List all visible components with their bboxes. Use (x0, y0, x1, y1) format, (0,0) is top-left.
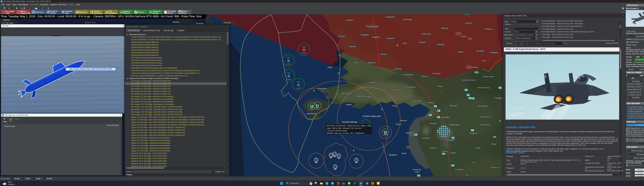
svg-text:Chungju-si: Chungju-si (490, 166, 499, 168)
svg-text:Deokjeok: Deokjeok (389, 154, 397, 156)
svg-text:Ch'ŏrwŏn: Ch'ŏrwŏn (432, 72, 440, 74)
svg-text:e: e (442, 91, 442, 93)
svg-text:Nampo: Nampo (350, 45, 356, 48)
svg-text:4,6dB: 4,6dB (286, 78, 291, 80)
svg-text:Junghwa: Junghwa (372, 36, 380, 38)
svg-text:Phangyo: Phangyo (437, 43, 444, 45)
svg-text:Sinphyong: Sinphyong (422, 33, 431, 35)
svg-text:Incheon: Incheon (422, 137, 430, 139)
svg-text:Jungsan: Jungsan (346, 19, 353, 21)
svg-text:4,6dB: 4,6dB (296, 87, 300, 89)
svg-text:✕: ✕ (353, 149, 354, 152)
svg-text:Hwacheon-eup: Hwacheon-eup (478, 87, 490, 88)
svg-text:Yongin: Yongin (450, 152, 456, 154)
svg-text:Tongchon: Tongchon (484, 28, 493, 30)
svg-text:Kangnam: Kangnam (361, 34, 369, 36)
svg-text:Yonthan: Yonthan (380, 53, 387, 55)
svg-text:Bukdo: Bukdo (406, 132, 412, 134)
svg-text:Sepho: Sepho (458, 51, 464, 53)
svg-text:Haeju: Haeju (367, 96, 372, 98)
svg-text:Chuncheon: Chuncheon (478, 105, 488, 107)
svg-text:Uijeongbu: Uijeongbu (441, 116, 450, 118)
svg-text:⚙: ⚙ (48, 7, 50, 10)
svg-text:Local time: 08:00:00 (Day): Local time: 08:00:00 (Day) (327, 130, 347, 132)
svg-text:Kumchon: Kumchon (407, 86, 416, 88)
svg-text:DRPK Artillery Sites: DRPK Artillery Sites (365, 115, 381, 117)
svg-text:Pyoksong: Pyoksong (356, 95, 365, 97)
svg-text:Yongmun: Yongmun (469, 132, 478, 134)
svg-text:Namyangju: Namyangju (450, 124, 459, 126)
svg-text:Haiyang: Haiyang (224, 22, 230, 24)
svg-text:myeon: myeon (414, 171, 420, 173)
svg-text:Jawol: Jawol (402, 152, 406, 154)
svg-text:Sangwon: Sangwon (386, 37, 394, 39)
svg-text:x1: x1 (8, 7, 10, 9)
svg-text:Ansan-si: Ansan-si (430, 147, 437, 149)
svg-text:Nam-myeon: Nam-myeon (480, 124, 490, 126)
svg-text:Kumgang: Kumgang (490, 51, 498, 53)
svg-text:Ryongyŏn: Ryongyŏn (318, 87, 327, 89)
svg-text:Nam-myeon: Nam-myeon (480, 116, 490, 118)
svg-text:Ongjin: Ongjin (346, 104, 352, 106)
svg-text:Anseong: Anseong (455, 168, 463, 170)
svg-text:Daecheong: Daecheong (307, 113, 316, 115)
svg-text:✕: ✕ (396, 44, 398, 46)
svg-text:⚙: ⚙ (149, 10, 152, 14)
svg-text:N37°42'38", E124°55'20" - 209n: N37°42'38", E124°55'20" - 209nm from sel… (327, 125, 371, 127)
svg-text:Zhuanghe: Zhuanghe (196, 23, 204, 24)
svg-text:Onchon: Onchon (338, 35, 345, 37)
svg-text:P'yŏngyang: P'yŏngyang (366, 25, 378, 28)
svg-text:✕: ✕ (313, 90, 315, 92)
svg-text:Layer: -56ft to -95ft - Streng: Layer: -56ft to -95ft - Strength: 0,32 -… (327, 127, 361, 129)
svg-text:Bohai Sea: Bohai Sea (85, 21, 96, 24)
svg-text:Taet'an-eup: Taet'an-eup (341, 92, 351, 95)
svg-text:Koksan: Koksan (419, 41, 426, 43)
svg-text:Kosan: Kosan (461, 35, 466, 37)
svg-text:Anak: Anak (354, 62, 359, 64)
svg-text:wa: wa (338, 72, 340, 74)
svg-text:Jung: Jung (438, 85, 442, 87)
svg-text:4,6dB: 4,6dB (302, 52, 306, 54)
svg-text:Phyongsan: Phyongsan (403, 73, 413, 75)
svg-text:4,6dB: 4,6dB (286, 63, 291, 65)
svg-text:Imnam-myeon: Imnam-myeon (483, 75, 494, 77)
svg-text:Sariwon: Sariwon (368, 61, 376, 64)
svg-text:Pocheon: Pocheon (450, 105, 457, 107)
svg-text:Kaesong: Kaesong (413, 100, 421, 102)
svg-text:Seongnam: Seongnam (446, 139, 455, 141)
svg-text:Goyang: Goyang (430, 122, 436, 124)
svg-text:Changdo: Changdo (476, 50, 484, 52)
svg-text:MANO: MANO (360, 184, 362, 184)
svg-text:Kimhwa: Kimhwa (471, 66, 478, 68)
svg-text:Yonan: Yonan (392, 105, 398, 107)
svg-text:Suan: Suan (403, 42, 407, 44)
svg-text:Weather: Clear sky - No rain -: Weather: Clear sky - No rain - 25°C - Wi… (327, 132, 364, 134)
svg-text:Seodo: Seodo (396, 123, 401, 125)
svg-text:Yul: Yul (472, 161, 475, 163)
svg-text:Jindong: Jindong (427, 102, 434, 104)
svg-text:Hoechang: Hoechang (403, 19, 412, 21)
svg-text:✕: ✕ (499, 120, 501, 122)
svg-text:Jinzhou: Jinzhou (172, 21, 179, 23)
svg-text:Seongmun-: Seongmun- (413, 168, 422, 170)
svg-text:Pongchon: Pongchon (393, 89, 402, 91)
svg-text:Samsan: Samsan (400, 120, 407, 122)
svg-text:x1: x1 (21, 7, 23, 9)
svg-text:Kwail: Kwail (328, 66, 332, 68)
svg-text:MANO: MANO (366, 184, 368, 184)
svg-text:Ha..: Ha.. (466, 174, 469, 176)
svg-text:Geunnam-myeon: Geunnam-myeon (462, 79, 476, 81)
svg-text:✕: ✕ (381, 108, 383, 110)
svg-text:Poptong: Poptong (441, 27, 448, 29)
svg-text:DPRK SSM Site: DPRK SSM Site (344, 121, 357, 123)
svg-text:Kangdong: Kangdong (386, 16, 394, 18)
svg-text:Wonju: Wonju (491, 143, 497, 145)
svg-text:Sinwon: Sinwon (369, 81, 376, 83)
svg-text:Yeoju: Yeoju (476, 147, 480, 149)
svg-text:Anbyon: Anbyon (465, 22, 472, 24)
svg-text:Thosan: Thosan (421, 75, 428, 77)
svg-text:Sohung: Sohung (395, 68, 402, 70)
